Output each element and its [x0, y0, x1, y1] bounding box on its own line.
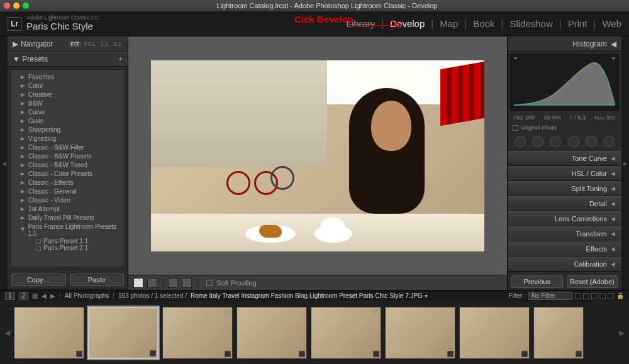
- monitor-1-button[interactable]: 1: [5, 292, 15, 300]
- presets-list: ▶Favorites ▶Color ▶Creative ▶B&W ▶Curve …: [10, 69, 125, 267]
- module-develop[interactable]: Develop: [390, 18, 425, 29]
- preset-folder[interactable]: ▶Classic - Color Presets: [11, 169, 125, 178]
- preset-item[interactable]: Paris Preset 1.1: [11, 238, 125, 245]
- module-book[interactable]: Book: [473, 18, 494, 29]
- loupe-view: Soft Proofing: [128, 36, 507, 290]
- grid-view-icon[interactable]: ▦: [32, 292, 38, 299]
- photo-count: 163 photos / 1 selected /: [118, 292, 187, 299]
- filter-flags[interactable]: [575, 293, 614, 299]
- original-photo-checkbox[interactable]: [513, 125, 518, 131]
- preset-folder[interactable]: ▶Classic - B&W Toned: [11, 160, 125, 169]
- histogram[interactable]: [510, 54, 619, 111]
- panel-lens-corrections[interactable]: Lens Corrections◀: [508, 211, 621, 226]
- reset-button[interactable]: Reset (Adobe): [567, 275, 618, 288]
- preset-folder[interactable]: ▶Creative: [11, 90, 125, 99]
- module-print[interactable]: Print: [568, 18, 587, 29]
- lightroom-logo-icon: Lr: [8, 17, 21, 31]
- before-after-button[interactable]: [147, 278, 157, 288]
- histogram-panel-header[interactable]: Histogram ◀: [508, 36, 621, 52]
- preset-folder[interactable]: ▶Classic - Effects: [11, 178, 125, 187]
- develop-toolbar: Soft Proofing: [128, 275, 507, 290]
- panel-tone-curve[interactable]: Tone Curve◀: [508, 151, 621, 166]
- crop-tool-icon[interactable]: [515, 136, 526, 147]
- add-preset-icon[interactable]: +: [118, 55, 123, 63]
- filmstrip[interactable]: ◀ ▶: [0, 301, 629, 364]
- copy-button[interactable]: Copy…: [11, 273, 66, 286]
- filmstrip-scroll-right-icon[interactable]: ▶: [619, 329, 624, 337]
- compare-view-button[interactable]: [168, 278, 178, 288]
- current-filename: Rome Italy Travel Instagram Fashion Blog…: [191, 292, 423, 299]
- preset-folder[interactable]: ▶Daily Travel Pill Presets: [11, 213, 125, 222]
- previous-button[interactable]: Previous: [511, 275, 563, 288]
- module-picker: Library| Develop| Map| Book| Slideshow| …: [346, 18, 621, 29]
- filter-select[interactable]: No Filter: [528, 292, 572, 300]
- brush-tool-icon[interactable]: [603, 136, 615, 147]
- window-title: Lightroom Catalog.lrcat - Adobe Photosho…: [29, 2, 625, 9]
- preset-folder[interactable]: ▶B&W: [11, 99, 125, 108]
- presets-panel-header[interactable]: ▼ Presets +: [8, 52, 128, 67]
- local-adjustments-toolstrip: [508, 133, 621, 151]
- panel-transform[interactable]: Transform◀: [508, 226, 621, 241]
- redeye-tool-icon[interactable]: [550, 136, 561, 147]
- preset-folder[interactable]: ▶1st Attempt: [11, 204, 125, 213]
- filmstrip-thumb[interactable]: [14, 307, 84, 359]
- graduated-filter-icon[interactable]: [568, 136, 579, 147]
- photo-preview[interactable]: [151, 60, 484, 251]
- spot-removal-icon[interactable]: [532, 136, 543, 147]
- exif-summary: ISO 20018 mmƒ / 6.3¹⁄₁₀₀ sec: [510, 113, 619, 122]
- preset-folder[interactable]: ▶Color: [11, 81, 125, 90]
- filmstrip-thumb-selected[interactable]: [88, 307, 159, 359]
- annotation-label: Cick Develop: [294, 14, 353, 25]
- monitor-2-button[interactable]: 2: [19, 292, 29, 300]
- panel-calibration[interactable]: Calibration◀: [508, 256, 621, 272]
- preset-folder[interactable]: ▶Favorites: [11, 72, 125, 81]
- panel-effects[interactable]: Effects◀: [508, 241, 621, 256]
- preset-folder[interactable]: ▶Classic - B&W Presets: [11, 152, 125, 160]
- histogram-label: Histogram: [572, 40, 607, 48]
- soft-proofing-label: Soft Proofing: [216, 279, 257, 287]
- filmstrip-thumb[interactable]: [533, 307, 584, 359]
- panel-detail[interactable]: Detail◀: [508, 196, 621, 211]
- left-panel-collapse[interactable]: ◀: [0, 36, 8, 290]
- module-slideshow[interactable]: Slideshow: [509, 18, 552, 29]
- module-map[interactable]: Map: [440, 18, 458, 29]
- preset-folder[interactable]: ▶Curve: [11, 108, 125, 116]
- filter-lock-icon[interactable]: 🔒: [616, 292, 624, 299]
- presets-label: Presets: [22, 55, 48, 63]
- swap-view-button[interactable]: [182, 278, 192, 288]
- right-panel: Histogram ◀ ISO 20018 mmƒ / 6.3¹⁄₁₀₀ sec…: [507, 36, 621, 290]
- back-icon[interactable]: ◀: [42, 292, 47, 299]
- preset-folder-open[interactable]: ▶Paris France Lightroom Presets 1.1: [11, 222, 125, 238]
- preset-folder[interactable]: ▶Sharpening: [11, 125, 125, 134]
- preset-folder[interactable]: ▶Classic - Video: [11, 196, 125, 204]
- preset-item[interactable]: Paris Preset 2.1: [11, 245, 125, 251]
- preset-folder[interactable]: ▶Classic - General: [11, 187, 125, 196]
- filmstrip-thumb[interactable]: [459, 307, 530, 359]
- navigator-label: Navigator: [21, 40, 53, 48]
- right-panel-collapse[interactable]: ▶: [621, 36, 629, 290]
- panel-hsl-color[interactable]: HSL / Color◀: [508, 166, 621, 181]
- preset-folder[interactable]: ▶Classic - B&W Filter: [11, 143, 125, 152]
- filmstrip-scroll-left-icon[interactable]: ◀: [5, 329, 10, 337]
- filmstrip-thumb[interactable]: [385, 307, 455, 359]
- filmstrip-thumb[interactable]: [311, 307, 381, 359]
- panel-split-toning[interactable]: Split Toning◀: [508, 181, 621, 196]
- zoom-picker[interactable]: FITFILL1:12:1: [69, 41, 123, 47]
- forward-icon[interactable]: ▶: [50, 292, 55, 299]
- loupe-view-button[interactable]: [133, 278, 143, 288]
- close-window-button[interactable]: [4, 3, 10, 9]
- module-web[interactable]: Web: [602, 18, 621, 29]
- preset-folder[interactable]: ▶Vignetting: [11, 134, 125, 143]
- navigator-panel-header[interactable]: ▶ Navigator FITFILL1:12:1: [8, 36, 128, 52]
- filmstrip-header: 1 2 ▦ ◀ ▶ | All Photographs | 163 photos…: [0, 290, 629, 301]
- radial-filter-icon[interactable]: [586, 136, 597, 147]
- soft-proofing-checkbox[interactable]: [206, 280, 213, 286]
- filmstrip-thumb[interactable]: [237, 307, 307, 359]
- paste-button[interactable]: Paste: [70, 273, 125, 286]
- filmstrip-thumb[interactable]: [162, 307, 233, 359]
- minimize-window-button[interactable]: [13, 3, 19, 9]
- source-label[interactable]: All Photographs: [65, 292, 109, 299]
- maximize-window-button[interactable]: [23, 3, 29, 9]
- preset-folder[interactable]: ▶Grain: [11, 116, 125, 125]
- left-panel: ▶ Navigator FITFILL1:12:1 ▼ Presets + ▶F…: [8, 36, 128, 290]
